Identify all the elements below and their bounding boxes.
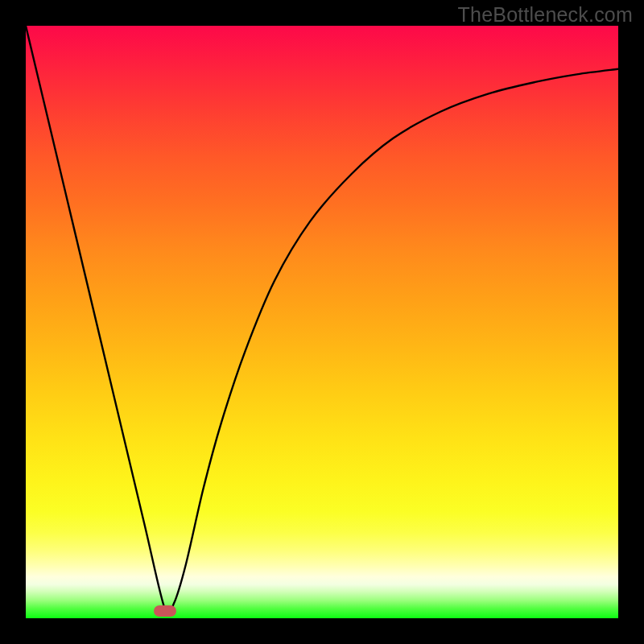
watermark-label: TheBottleneck.com: [458, 3, 633, 27]
curve-layer: [26, 26, 618, 618]
bottleneck-curve: [26, 26, 618, 615]
plot-area: [26, 26, 618, 618]
highlight-marker: [154, 605, 176, 617]
chart-frame: TheBottleneck.com: [0, 0, 644, 644]
